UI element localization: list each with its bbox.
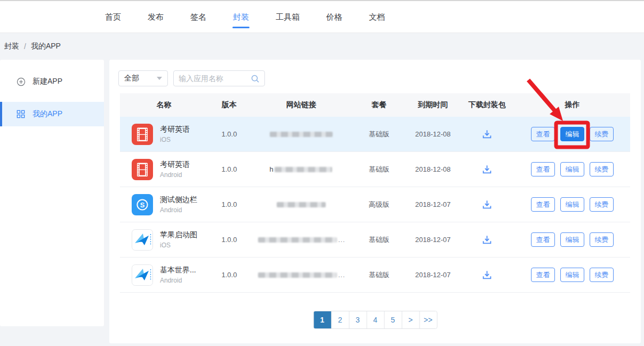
breadcrumb-separator: / <box>24 42 26 51</box>
redacted-link <box>258 272 337 278</box>
expiry-date: 2018-12-07 <box>406 236 460 244</box>
app-platform: iOS <box>160 136 190 143</box>
breadcrumb-section[interactable]: 封装 <box>4 42 19 51</box>
table-row: 基本世界... Android 1.0.0 ... 基础版 2018-12-07… <box>120 258 630 293</box>
filter-dropdown[interactable]: 全部 <box>118 70 168 86</box>
app-name-cell: 苹果启动图 iOS <box>120 229 208 251</box>
app-link-cell <box>251 132 352 137</box>
nav-item-4[interactable]: 封装 <box>232 1 249 33</box>
app-version: 1.0.0 <box>208 130 251 138</box>
download-icon[interactable] <box>481 199 493 210</box>
grid-icon <box>17 110 26 119</box>
app-version: 1.0.0 <box>208 236 251 244</box>
edit-button[interactable]: 编辑 <box>560 162 584 176</box>
expiry-date: 2018-12-07 <box>406 271 460 279</box>
top-bar: 首页发布签名封装工具箱价格文档 <box>0 0 644 33</box>
app-name: 基本世界... <box>160 265 196 275</box>
download-icon[interactable] <box>481 269 493 280</box>
nav-item-5[interactable]: 工具箱 <box>275 1 300 33</box>
table-header-row: 名称版本网站链接套餐到期时间下载封装包操作 <box>120 93 630 117</box>
svg-text:S: S <box>140 200 145 208</box>
app-version: 1.0.0 <box>208 200 251 208</box>
pagination-button-4[interactable]: 4 <box>366 311 384 328</box>
app-link-cell: ... <box>251 271 352 279</box>
plan-badge: 基础版 <box>352 130 406 139</box>
renew-button[interactable]: 续费 <box>590 127 614 141</box>
app-platform: Android <box>160 171 190 179</box>
search-input[interactable] <box>179 74 251 83</box>
paper-bird-app-icon <box>132 264 153 286</box>
edit-button[interactable]: 编辑 <box>560 268 584 282</box>
plus-circle-icon <box>17 77 26 86</box>
edit-button-row-1[interactable]: 编辑 <box>560 127 584 141</box>
table-row: 考研英语 Android 1.0.0 h 基础版 2018-12-08 查看 编… <box>120 152 630 187</box>
app-version: 1.0.0 <box>208 271 251 279</box>
pagination-button-nextnext[interactable]: >> <box>419 311 437 328</box>
view-button[interactable]: 查看 <box>531 127 555 141</box>
column-header-6: 下载封装包 <box>460 100 514 110</box>
film-app-icon <box>132 124 153 145</box>
app-name-cell: S 测试侧边栏 Android <box>120 194 208 215</box>
filter-dropdown-value: 全部 <box>124 74 139 83</box>
view-button[interactable]: 查看 <box>531 197 555 212</box>
nav-item-6[interactable]: 价格 <box>326 1 343 33</box>
sidebar-item-1[interactable]: 新建APP <box>0 69 104 94</box>
app-version: 1.0.0 <box>208 165 251 173</box>
table-body: 考研英语 iOS 1.0.0 基础版 2018-12-08 查看 编辑 续费 <box>120 117 630 293</box>
plan-badge: 高级版 <box>352 200 406 210</box>
download-icon[interactable] <box>481 128 493 140</box>
search-box <box>173 70 265 86</box>
pagination-button-next[interactable]: > <box>401 311 419 328</box>
view-button[interactable]: 查看 <box>531 268 555 282</box>
view-button[interactable]: 查看 <box>531 232 555 247</box>
redacted-link <box>270 132 333 137</box>
expiry-date: 2018-12-08 <box>406 130 460 138</box>
column-header-3: 网站链接 <box>251 100 352 110</box>
sidebar: 新建APP 我的APP <box>0 60 104 326</box>
s-circle-app-icon: S <box>132 194 153 215</box>
column-header-4: 套餐 <box>352 100 406 110</box>
app-name-cell: 考研英语 Android <box>120 159 208 180</box>
table-row: 考研英语 iOS 1.0.0 基础版 2018-12-08 查看 编辑 续费 <box>120 117 630 152</box>
view-button[interactable]: 查看 <box>531 162 555 176</box>
app-platform: Android <box>160 206 197 214</box>
edit-button[interactable]: 编辑 <box>560 232 584 247</box>
plan-badge: 基础版 <box>352 165 406 174</box>
app-platform: iOS <box>160 242 197 249</box>
breadcrumb: 封装 / 我的APP <box>4 42 61 51</box>
sidebar-item-2[interactable]: 我的APP <box>0 102 104 126</box>
app-link-cell: ... <box>251 236 352 244</box>
app-name: 考研英语 <box>160 160 190 170</box>
paper-bird-app-icon <box>132 229 153 251</box>
app-platform: Android <box>160 277 196 284</box>
renew-button[interactable]: 续费 <box>590 197 614 212</box>
nav-item-1[interactable]: 首页 <box>104 1 122 33</box>
download-icon[interactable] <box>481 164 493 175</box>
nav-item-3[interactable]: 签名 <box>190 1 207 33</box>
app-name: 苹果启动图 <box>160 230 197 240</box>
nav-item-2[interactable]: 发布 <box>147 1 164 33</box>
renew-button[interactable]: 续费 <box>590 232 614 247</box>
plan-badge: 基础版 <box>352 235 406 245</box>
edit-button[interactable]: 编辑 <box>560 197 584 212</box>
app-link-cell: h <box>251 165 352 173</box>
download-icon[interactable] <box>481 234 493 245</box>
search-icon[interactable] <box>251 74 260 83</box>
column-header-5: 到期时间 <box>406 100 460 110</box>
nav-item-7[interactable]: 文档 <box>368 1 385 33</box>
app-link-cell <box>251 202 352 207</box>
plan-badge: 基础版 <box>352 270 406 280</box>
pagination-button-3[interactable]: 3 <box>349 311 366 328</box>
column-header-1: 名称 <box>120 100 208 110</box>
pagination: 12345>>> <box>313 311 437 329</box>
redacted-link <box>275 167 332 172</box>
renew-button[interactable]: 续费 <box>590 268 614 282</box>
app-name-cell: 基本世界... Android <box>120 264 208 286</box>
pagination-button-5[interactable]: 5 <box>384 311 401 328</box>
pagination-button-2[interactable]: 2 <box>331 311 349 328</box>
top-nav: 首页发布签名封装工具箱价格文档 <box>104 1 385 33</box>
app-name: 考研英语 <box>160 125 190 134</box>
film-app-icon <box>132 159 153 180</box>
pagination-button-1[interactable]: 1 <box>313 311 331 328</box>
renew-button[interactable]: 续费 <box>590 162 614 176</box>
